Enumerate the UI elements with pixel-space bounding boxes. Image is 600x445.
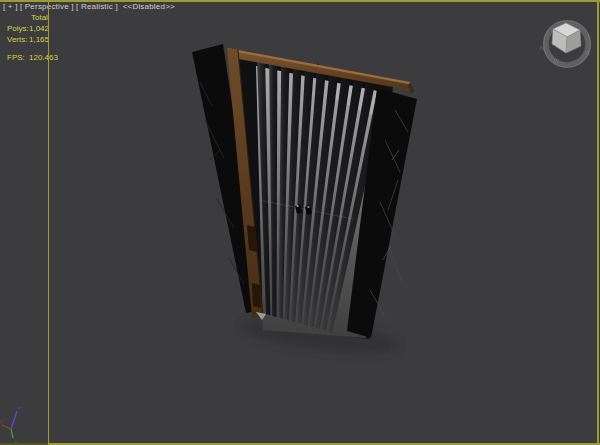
axis-z-label: z [18,405,21,411]
compass-n-label[interactable]: N [540,45,544,51]
stats-fps-value: 120.463 [29,53,58,62]
world-axis-gizmo: x y z [0,405,21,445]
stats-polys-label: Polys: [7,24,29,33]
viewport[interactable]: N W S x y z [ + ] [ Perspective ] [ Real… [0,0,600,445]
stats-verts-label: Verts: [7,35,27,44]
compass-s-label[interactable]: S [586,50,590,56]
viewport-label[interactable]: [ + ] [ Perspective ] [ Realistic ] <<Di… [3,2,175,11]
stats-total-header: Total [31,13,48,22]
stats-verts-value: 1,165 [29,35,49,44]
viewcube[interactable]: N W S [540,21,591,68]
compass-w-label[interactable]: W [554,58,560,64]
viewport-border-right [597,0,599,445]
statistics-overlay: Total Polys: 1,042 Verts: 1,165 FPS: 120… [0,0,9,54]
viewport-border-top [0,0,600,2]
viewport-canvas[interactable]: N W S x y z [0,0,600,445]
door-model[interactable] [192,44,417,339]
viewport-divider [48,0,49,445]
stats-fps-label: FPS: [7,53,25,62]
stats-polys-value: 1,042 [29,24,49,33]
axis-x-label: x [0,418,3,424]
